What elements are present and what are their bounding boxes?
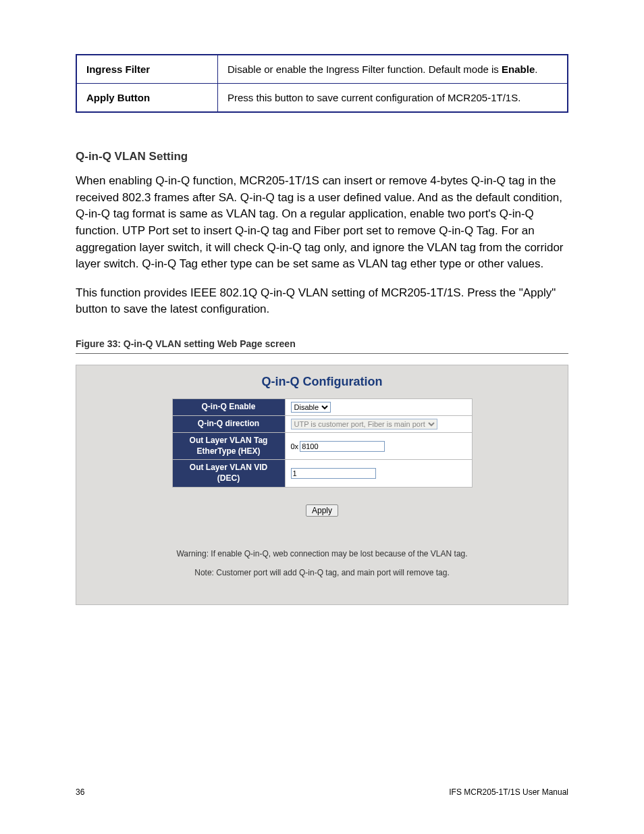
qinq-direction-select[interactable]: UTP is customer port, Fiber is main port <box>291 419 437 429</box>
apply-button[interactable]: Apply <box>306 504 338 517</box>
row-value: UTP is customer port, Fiber is main port <box>285 416 472 433</box>
config-row-direction: Q-in-Q direction UTP is customer port, F… <box>172 416 472 433</box>
row-label: Out Layer VLAN Tag EtherType (HEX) <box>172 433 285 460</box>
param-label: Apply Button <box>76 84 218 113</box>
param-desc-suffix: . <box>535 63 537 75</box>
param-desc-bold: Enable <box>502 63 535 75</box>
param-desc-text: Disable or enable the Ingress Filter fun… <box>227 63 502 75</box>
panel-title: Q-in-Q Configuration <box>76 375 568 389</box>
config-row-vid: Out Layer VLAN VID (DEC) <box>172 460 472 487</box>
row-label: Out Layer VLAN VID (DEC) <box>172 460 285 487</box>
config-row-enable: Q-in-Q Enable Disable <box>172 399 472 416</box>
hex-prefix-label: 0x <box>291 442 299 450</box>
body-paragraph: When enabling Q-in-Q function, MCR205-1T… <box>76 173 568 273</box>
qinq-enable-select[interactable]: Disable <box>291 402 331 413</box>
param-label: Ingress Filter <box>76 55 218 84</box>
row-label: Q-in-Q direction <box>172 416 285 433</box>
ethertype-input[interactable] <box>300 441 385 452</box>
page-number: 36 <box>76 787 84 797</box>
table-row: Apply Button Press this button to save c… <box>76 84 568 113</box>
parameter-table: Ingress Filter Disable or enable the Ing… <box>76 54 568 113</box>
row-value: 0x <box>285 433 472 460</box>
param-desc: Disable or enable the Ingress Filter fun… <box>218 55 568 84</box>
document-page: Ingress Filter Disable or enable the Ing… <box>0 0 644 834</box>
vid-input[interactable] <box>291 468 376 479</box>
qinq-screenshot-panel: Q-in-Q Configuration Q-in-Q Enable Disab… <box>76 365 568 604</box>
page-footer: 36 IFS MCR205-1T/1S User Manual <box>76 787 568 797</box>
manual-title: IFS MCR205-1T/1S User Manual <box>449 787 568 797</box>
panel-warning-text: Warning: If enable Q-in-Q, web connectio… <box>76 549 568 558</box>
figure-caption: Figure 33: Q-in-Q VLAN setting Web Page … <box>76 338 568 354</box>
row-value: Disable <box>285 399 472 416</box>
row-value <box>285 460 472 487</box>
param-desc: Press this button to save current config… <box>218 84 568 113</box>
body-paragraph: This function provides IEEE 802.1Q Q-in-… <box>76 285 568 318</box>
apply-row: Apply <box>76 504 568 517</box>
param-desc-text: Press this button to save current config… <box>227 92 520 103</box>
qinq-config-table: Q-in-Q Enable Disable Q-in-Q direction U… <box>172 398 473 487</box>
row-label: Q-in-Q Enable <box>172 399 285 416</box>
section-heading: Q-in-Q VLAN Setting <box>76 150 568 163</box>
table-row: Ingress Filter Disable or enable the Ing… <box>76 55 568 84</box>
config-row-ethertype: Out Layer VLAN Tag EtherType (HEX) 0x <box>172 433 472 460</box>
panel-note-text: Note: Customer port will add Q-in-Q tag,… <box>76 568 568 577</box>
